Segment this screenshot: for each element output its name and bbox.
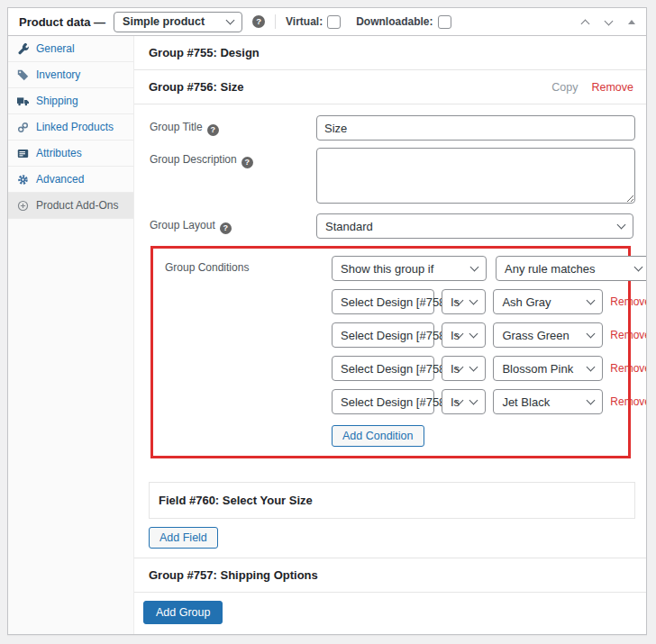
product-data-header: Product data — Simple product ? Virtual:… — [8, 8, 646, 36]
chevron-down-icon — [469, 296, 478, 305]
sidebar-item-label: General — [36, 42, 75, 55]
sidebar-item-shipping[interactable]: Shipping — [8, 88, 133, 114]
downloadable-label: Downloadable: — [356, 15, 433, 28]
label-text: Group Conditions — [165, 261, 249, 274]
condition-field-select[interactable]: Select Design [#758] — [332, 389, 434, 414]
group-layout-value: Standard — [325, 220, 373, 233]
condition-field-value: Select Design [#758] — [341, 329, 449, 342]
chevron-down-icon — [470, 263, 479, 272]
product-add-ons-panel: Group #755: Design Group #756: Size Copy… — [134, 36, 646, 634]
group-title-input[interactable] — [316, 115, 635, 141]
metabox-controls — [581, 17, 635, 26]
group-756-header[interactable]: Group #756: Size Copy Remove — [134, 70, 646, 104]
rule-match-select[interactable]: Any rule matches — [496, 256, 647, 281]
group-description-row: Group Description? — [150, 148, 633, 206]
field-760-header[interactable]: Field #760: Select Your Size — [149, 482, 635, 519]
divider — [275, 14, 276, 29]
help-icon[interactable]: ? — [220, 222, 232, 234]
label-text: Group Layout — [150, 219, 215, 231]
chevron-down-icon — [634, 263, 643, 272]
condition-rule-row: Select Design [#758] Is Blossom Pink — [332, 356, 647, 381]
group-layout-label: Group Layout? — [150, 213, 316, 239]
condition-value-select[interactable]: Grass Green — [493, 322, 603, 348]
condition-operator-select[interactable]: Is — [442, 322, 486, 348]
virtual-checkbox[interactable] — [327, 15, 341, 29]
chevron-down-icon — [587, 330, 596, 339]
gear-icon — [17, 174, 29, 186]
annotation-box: Group Conditions Show this group if Any … — [150, 246, 631, 458]
remove-condition-link[interactable]: Remove — [610, 395, 647, 408]
group-757-title: Group #757: Shipping Options — [149, 568, 318, 582]
condition-operator-select[interactable]: Is — [442, 289, 486, 314]
sidebar-item-label: Linked Products — [36, 121, 114, 133]
move-down-icon[interactable] — [605, 17, 614, 26]
chevron-down-icon — [469, 396, 478, 405]
condition-match-row: Show this group if Any rule matches — [332, 256, 647, 281]
sidebar-item-label: Shipping — [36, 95, 78, 107]
sidebar-item-product-add-ons[interactable]: Product Add-Ons — [8, 193, 133, 219]
condition-value-text: Jet Black — [502, 395, 550, 409]
condition-field-select[interactable]: Select Design [#758] — [332, 322, 434, 348]
group-conditions-row: Group Conditions Show this group if Any … — [165, 256, 619, 451]
field-760-title: Field #760: Select Your Size — [159, 494, 313, 507]
sidebar-item-linked-products[interactable]: Linked Products — [8, 114, 133, 141]
chevron-down-icon — [469, 363, 478, 372]
copy-group-link[interactable]: Copy — [551, 81, 578, 94]
link-icon — [17, 122, 29, 133]
product-type-select[interactable]: Simple product — [114, 12, 242, 32]
label-text: Group Title — [150, 121, 203, 133]
condition-field-select[interactable]: Select Design [#758] — [332, 289, 434, 314]
remove-condition-link[interactable]: Remove — [610, 295, 647, 308]
toggle-panel-icon[interactable] — [628, 20, 635, 24]
remove-condition-link[interactable]: Remove — [610, 362, 647, 375]
show-group-if-select[interactable]: Show this group if — [332, 256, 487, 281]
condition-value-select[interactable]: Jet Black — [493, 389, 603, 414]
chevron-down-icon — [587, 296, 596, 305]
rule-match-value: Any rule matches — [505, 262, 595, 276]
remove-condition-link[interactable]: Remove — [610, 329, 647, 341]
sidebar-item-label: Product Add-Ons — [36, 199, 118, 212]
group-layout-row: Group Layout? Standard — [150, 213, 633, 239]
chevron-down-icon — [587, 363, 596, 372]
sidebar-item-attributes[interactable]: Attributes — [8, 141, 133, 167]
chevron-down-icon — [469, 330, 478, 339]
chevron-down-icon — [617, 221, 626, 230]
product-data-panel: Product data — Simple product ? Virtual:… — [7, 7, 647, 635]
condition-rule-row: Select Design [#758] Is Jet Black — [332, 389, 647, 414]
group-757-header[interactable]: Group #757: Shipping Options — [134, 558, 646, 593]
sidebar-item-general[interactable]: General — [8, 36, 133, 62]
move-up-icon[interactable] — [581, 17, 590, 26]
sidebar-item-label: Inventory — [36, 68, 80, 81]
group-755-header[interactable]: Group #755: Design — [134, 36, 646, 70]
help-icon[interactable]: ? — [207, 124, 219, 136]
remove-group-link[interactable]: Remove — [591, 81, 633, 94]
product-data-tabs: General Inventory Shipping Linked Produc… — [8, 36, 134, 634]
panel-title: Product data — — [19, 15, 105, 29]
condition-operator-select[interactable]: Is — [442, 356, 486, 381]
condition-value-select[interactable]: Ash Gray — [493, 289, 603, 314]
help-icon[interactable]: ? — [252, 15, 265, 28]
add-group-button[interactable]: Add Group — [143, 601, 223, 624]
group-description-textarea[interactable] — [316, 148, 635, 204]
group-title-row: Group Title? — [150, 115, 633, 141]
add-condition-button[interactable]: Add Condition — [332, 425, 424, 447]
group-layout-select[interactable]: Standard — [316, 213, 633, 239]
sidebar-item-advanced[interactable]: Advanced — [8, 167, 133, 193]
sidebar-item-inventory[interactable]: Inventory — [8, 62, 133, 88]
downloadable-checkbox[interactable] — [438, 15, 451, 29]
condition-field-value: Select Design [#758] — [341, 395, 449, 409]
product-type-value: Simple product — [123, 15, 205, 28]
condition-value-select[interactable]: Blossom Pink — [493, 356, 603, 381]
help-icon[interactable]: ? — [241, 157, 253, 168]
chevron-down-icon — [587, 396, 596, 405]
list-icon — [17, 148, 29, 159]
add-field-button[interactable]: Add Field — [149, 527, 218, 549]
show-group-if-value: Show this group if — [341, 262, 433, 276]
virtual-label: Virtual: — [286, 15, 323, 28]
label-text: Group Description — [150, 153, 237, 166]
condition-field-select[interactable]: Select Design [#758] — [332, 356, 434, 381]
group-title-label: Group Title? — [150, 115, 316, 141]
sidebar-item-label: Attributes — [36, 147, 82, 159]
condition-operator-select[interactable]: Is — [442, 389, 486, 414]
condition-value-text: Blossom Pink — [502, 362, 573, 376]
